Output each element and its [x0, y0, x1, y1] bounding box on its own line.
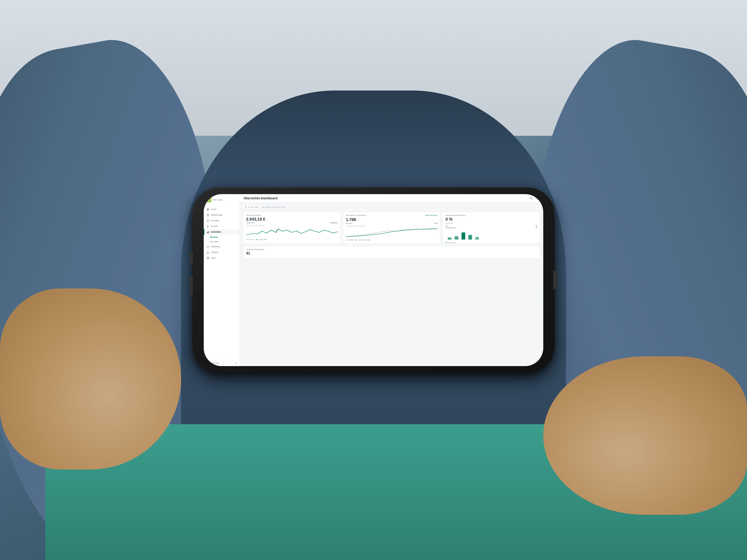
returning-chart-legend: 19. Okt. 2020	[445, 242, 537, 243]
sidebar-label-products: Produkte	[211, 219, 219, 222]
sidebar-item-marketing[interactable]: Marketing	[204, 244, 240, 249]
sidebar-item-products[interactable]: Produkte	[204, 218, 240, 223]
top-bar-actions: 🔍 🔔	[529, 196, 540, 201]
sidebar-sublabel-reports: Berichte	[210, 236, 218, 238]
analytics-icon	[206, 231, 209, 234]
returning-legend: 19. Okt. 2020	[445, 242, 456, 243]
svg-rect-20	[246, 207, 247, 208]
hand-left-bg	[0, 289, 181, 470]
sidebar-sublabel-liveview: Live View	[210, 241, 218, 243]
svg-rect-7	[207, 232, 207, 233]
svg-rect-8	[208, 232, 208, 233]
sessions-legend-item-2: 19. Okt. 2020	[359, 239, 370, 241]
date-picker[interactable]: 19. Okt. 2020	[243, 205, 261, 209]
stat-card-returning: Rate wiederkehrende Ku... 0 % KUNDEN Neu…	[442, 212, 540, 244]
stat-card-bottom-orders: Gesamte Bestellungen 41	[243, 246, 540, 258]
svg-rect-25	[455, 236, 458, 240]
svg-rect-14	[208, 257, 209, 258]
notification-icon-btn[interactable]: 🔔	[535, 196, 540, 201]
sales-sub-label: Online Store	[246, 222, 255, 223]
svg-point-6	[208, 225, 209, 226]
returning-label: Rate wiederkehrende Ku...	[445, 214, 537, 216]
sidebar-item-analytics[interactable]: Statistiken	[204, 229, 240, 235]
svg-point-19	[236, 363, 236, 364]
sales-sub-value: 2.043,15 €	[330, 222, 338, 223]
svg-point-5	[207, 225, 208, 226]
search-icon-btn[interactable]: 🔍	[529, 196, 533, 201]
sessions-legend-dot-1	[346, 240, 348, 240]
sidebar-nav: Home Bestellungen	[204, 205, 240, 360]
sessions-chart-svg	[346, 227, 438, 237]
main-content: Übersichts-Dashboard 🔍 🔔	[240, 194, 543, 366]
stat-card-sales: Gesamte Verkäufe 2.043,15 € ↓ Online Sto…	[243, 212, 341, 244]
store-name: Mein Shop	[213, 199, 223, 201]
svg-rect-15	[207, 258, 208, 259]
legend-dot-2	[256, 239, 257, 240]
sales-chart: UMSÄTZE IM LAUF DER ZEIT 19. Okt.	[246, 225, 338, 236]
svg-rect-27	[468, 235, 472, 240]
returning-chart-svg	[445, 230, 537, 240]
sidebar-item-orders[interactable]: Bestellungen	[204, 212, 240, 218]
customers-label: KUNDEN	[445, 222, 537, 224]
sidebar-bottom: Onlineshop	[204, 360, 240, 366]
hand-right-bg	[543, 356, 747, 515]
sidebar-logo: S Mein Shop	[204, 194, 240, 205]
volume-down-button	[190, 276, 193, 294]
dashboard: S Mein Shop Home	[204, 194, 543, 366]
svg-point-17	[207, 364, 208, 364]
power-button	[553, 271, 557, 289]
sidebar-item-customers[interactable]: Kunden	[204, 223, 240, 229]
sessions-sub-label: Besucher	[346, 222, 353, 224]
date-compare: im Vergleich mit: 19. Okt. 2019	[262, 206, 285, 208]
customers-returning-value: 0	[536, 227, 537, 229]
svg-rect-16	[208, 258, 209, 259]
returning-legend-label: 19. Okt. 2020	[448, 242, 456, 243]
customers-returning-label: Wiederkehrend	[445, 227, 456, 229]
legend-item-2: 19. Okt. 2020	[256, 239, 267, 240]
online-store-item[interactable]: Onlineshop	[206, 362, 219, 364]
customers-icon	[206, 225, 209, 228]
sidebar-label-marketing: Marketing	[211, 245, 220, 248]
home-icon	[206, 208, 209, 211]
returning-chart: 19. Okt. 2020	[445, 230, 537, 241]
sidebar: S Mein Shop Home	[204, 194, 240, 366]
report-link[interactable]: Bericht ansehen	[425, 214, 437, 216]
sessions-chart-legend: 19. Okt. 2019 19. Okt. 2020	[346, 239, 438, 241]
top-bar: Übersichts-Dashboard 🔍 🔔	[240, 194, 543, 203]
sidebar-subitem-liveview[interactable]: Live View	[204, 239, 240, 244]
sales-value: 2.043,15 €	[246, 217, 265, 222]
products-icon	[206, 219, 209, 222]
sidebar-label-apps: Apps	[211, 257, 216, 259]
svg-rect-26	[462, 233, 465, 240]
customers-row-returning: Wiederkehrend 0	[445, 227, 537, 229]
sales-chart-label: UMSÄTZE IM LAUF DER ZEIT	[246, 225, 338, 226]
sessions-legend-dot-2	[359, 240, 361, 240]
sessions-trend-icon: ~	[357, 219, 358, 221]
marketing-icon	[206, 245, 209, 248]
sessions-value: 1.788	[346, 218, 356, 222]
discounts-icon	[206, 251, 209, 254]
date-filter-row: 19. Okt. 2020 im Vergleich mit: 19. Okt.…	[243, 205, 540, 209]
legend-dot-1	[246, 239, 248, 240]
sidebar-item-apps[interactable]: Apps	[204, 255, 240, 261]
sessions-sub-value: 1.715	[434, 222, 438, 224]
svg-point-12	[208, 252, 208, 253]
volume-up-button	[190, 252, 193, 264]
svg-rect-9	[208, 231, 209, 233]
apps-icon	[206, 257, 209, 260]
orders-icon	[206, 214, 209, 216]
sessions-legend-item-1: 19. Okt. 2019	[346, 239, 357, 241]
sales-chart-legend: 19. Okt. 19. Okt. 2020	[246, 239, 338, 240]
phone-body: S Mein Shop Home	[192, 187, 555, 373]
page-title: Übersichts-Dashboard	[243, 196, 278, 200]
sidebar-item-home[interactable]: Home	[204, 207, 240, 212]
phone: S Mein Shop Home	[192, 187, 555, 373]
returning-legend-dot	[445, 242, 447, 243]
svg-point-18	[208, 364, 208, 364]
customers-new-label: Neu	[445, 225, 448, 226]
svg-rect-28	[475, 237, 479, 240]
sidebar-item-discounts[interactable]: Rabatte	[204, 249, 240, 255]
sales-label: Gesamte Verkäufe	[246, 214, 338, 216]
sidebar-subitem-reports[interactable]: Berichte	[204, 235, 240, 239]
sessions-chart: SITZUNGEN IM LAUF DER ZEIT	[346, 225, 438, 237]
